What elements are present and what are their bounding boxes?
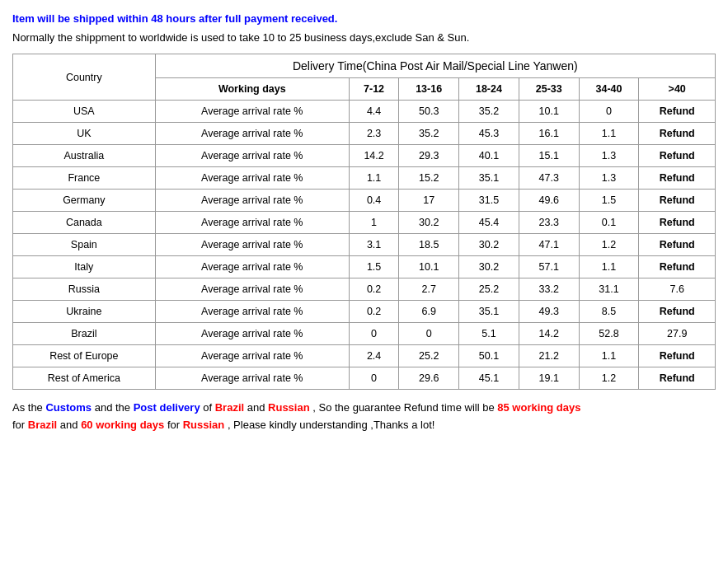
val-7-12: 2.3 — [349, 123, 398, 145]
table-row: France — [13, 167, 156, 190]
brazil-text-1: Brazil — [215, 401, 244, 414]
arrival-rate-label: Average arrival rate % — [155, 123, 349, 145]
val-25-33: 23.3 — [519, 212, 579, 234]
arrival-rate-label: Average arrival rate % — [155, 278, 349, 301]
val-25-33: 33.2 — [519, 278, 579, 301]
val-gt40: 27.9 — [639, 323, 716, 345]
val-7-12: 0 — [349, 323, 398, 345]
val-gt40: Refund — [639, 234, 716, 256]
val-34-40: 1.3 — [579, 167, 639, 190]
val-13-16: 29.3 — [399, 145, 459, 167]
val-13-16: 35.2 — [399, 123, 459, 145]
val-25-33: 10.1 — [519, 101, 579, 123]
val-18-24: 50.1 — [459, 345, 519, 367]
val-13-16: 10.1 — [399, 256, 459, 278]
arrival-rate-label: Average arrival rate % — [155, 101, 349, 123]
arrival-rate-label: Average arrival rate % — [155, 145, 349, 167]
col-7-12: 7-12 — [349, 78, 398, 101]
val-13-16: 29.6 — [399, 367, 459, 390]
val-34-40: 1.2 — [579, 234, 639, 256]
val-25-33: 47.1 — [519, 234, 579, 256]
arrival-rate-label: Average arrival rate % — [155, 323, 349, 345]
val-25-33: 21.2 — [519, 345, 579, 367]
val-gt40: Refund — [639, 101, 716, 123]
table-row: Russia — [13, 278, 156, 301]
val-34-40: 0.1 — [579, 212, 639, 234]
val-13-16: 15.2 — [399, 167, 459, 190]
val-13-16: 18.5 — [399, 234, 459, 256]
val-gt40: Refund — [639, 256, 716, 278]
arrival-rate-label: Average arrival rate % — [155, 234, 349, 256]
arrival-rate-label: Average arrival rate % — [155, 367, 349, 390]
table-row: Italy — [13, 256, 156, 278]
col-34-40: 34-40 — [579, 78, 639, 101]
val-7-12: 0.2 — [349, 278, 398, 301]
val-13-16: 6.9 — [399, 301, 459, 323]
delivery-table: Country Delivery Time(China Post Air Mai… — [12, 54, 716, 390]
arrival-rate-label: Average arrival rate % — [155, 256, 349, 278]
val-18-24: 35.1 — [459, 301, 519, 323]
val-34-40: 1.1 — [579, 256, 639, 278]
val-25-33: 57.1 — [519, 256, 579, 278]
country-header: Country — [13, 54, 156, 101]
val-25-33: 14.2 — [519, 323, 579, 345]
days-60-text: 60 working days — [81, 419, 164, 431]
val-18-24: 30.2 — [459, 234, 519, 256]
val-gt40: 7.6 — [639, 278, 716, 301]
col-working-days: Working days — [155, 78, 349, 101]
val-34-40: 1.1 — [579, 345, 639, 367]
val-7-12: 0.2 — [349, 301, 398, 323]
val-18-24: 35.2 — [459, 101, 519, 123]
val-13-16: 17 — [399, 190, 459, 212]
val-gt40: Refund — [639, 167, 716, 190]
table-row: Australia — [13, 145, 156, 167]
table-row: Brazil — [13, 323, 156, 345]
val-13-16: 25.2 — [399, 345, 459, 367]
customs-text: Customs — [45, 401, 92, 414]
russian-text-2: Russian — [183, 419, 225, 431]
val-25-33: 15.1 — [519, 145, 579, 167]
col-13-16: 13-16 — [399, 78, 459, 101]
val-34-40: 8.5 — [579, 301, 639, 323]
val-7-12: 3.1 — [349, 234, 398, 256]
val-gt40: Refund — [639, 345, 716, 367]
table-row: Rest of America — [13, 367, 156, 390]
val-34-40: 1.5 — [579, 190, 639, 212]
val-7-12: 4.4 — [349, 101, 398, 123]
footer-note: As the Customs and the Post delivery of … — [12, 400, 716, 434]
val-7-12: 1 — [349, 212, 398, 234]
val-13-16: 50.3 — [399, 101, 459, 123]
val-13-16: 2.7 — [399, 278, 459, 301]
table-row: Canada — [13, 212, 156, 234]
arrival-rate-label: Average arrival rate % — [155, 212, 349, 234]
russian-text-1: Russian — [268, 401, 310, 414]
val-7-12: 14.2 — [349, 145, 398, 167]
val-gt40: Refund — [639, 145, 716, 167]
sub-notice: Normally the shippment to worldwide is u… — [12, 31, 716, 44]
col-18-24: 18-24 — [459, 78, 519, 101]
val-25-33: 19.1 — [519, 367, 579, 390]
post-delivery-text: Post delivery — [134, 401, 200, 414]
table-row: Rest of Europe — [13, 345, 156, 367]
brazil-text-2: Brazil — [28, 419, 57, 431]
val-18-24: 45.4 — [459, 212, 519, 234]
col-25-33: 25-33 — [519, 78, 579, 101]
table-row: Ukraine — [13, 301, 156, 323]
val-34-40: 1.2 — [579, 367, 639, 390]
arrival-rate-label: Average arrival rate % — [155, 301, 349, 323]
table-title: Delivery Time(China Post Air Mail/Specia… — [155, 54, 715, 78]
val-gt40: Refund — [639, 123, 716, 145]
val-gt40: Refund — [639, 212, 716, 234]
arrival-rate-label: Average arrival rate % — [155, 345, 349, 367]
table-row: Germany — [13, 190, 156, 212]
days-85-text: 85 working days — [497, 401, 580, 414]
val-18-24: 35.1 — [459, 167, 519, 190]
val-13-16: 0 — [399, 323, 459, 345]
arrival-rate-label: Average arrival rate % — [155, 167, 349, 190]
val-34-40: 1.1 — [579, 123, 639, 145]
val-13-16: 30.2 — [399, 212, 459, 234]
val-18-24: 45.3 — [459, 123, 519, 145]
table-row: USA — [13, 101, 156, 123]
val-7-12: 0.4 — [349, 190, 398, 212]
val-34-40: 52.8 — [579, 323, 639, 345]
